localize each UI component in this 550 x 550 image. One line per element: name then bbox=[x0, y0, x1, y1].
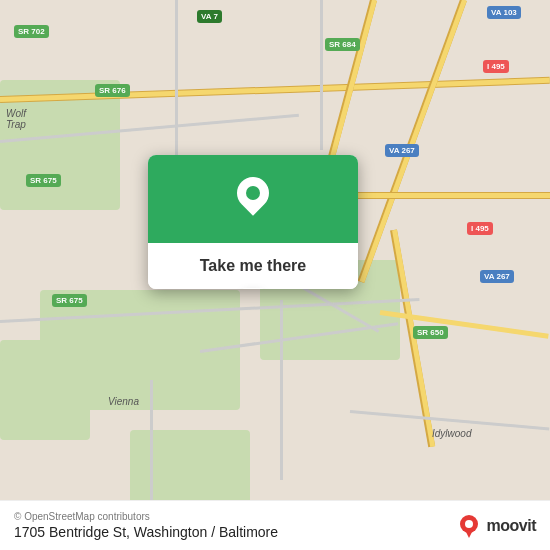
map: VA 7 SR 702 SR 676 SR 684 VA 103 I 495 V… bbox=[0, 0, 550, 550]
shield-va267: VA 267 bbox=[385, 144, 419, 157]
shield-sr676: SR 676 bbox=[95, 84, 130, 97]
shield-i495-mid: I 495 bbox=[467, 222, 493, 235]
copyright-text: © OpenStreetMap contributors bbox=[14, 511, 278, 522]
take-me-there-button[interactable]: Take me there bbox=[148, 243, 358, 289]
shield-i495-top: I 495 bbox=[483, 60, 509, 73]
park-area-5 bbox=[0, 360, 90, 440]
address-text: 1705 Bentridge St, Washington / Baltimor… bbox=[14, 524, 278, 540]
svg-marker-1 bbox=[465, 530, 473, 538]
popup-header bbox=[148, 155, 358, 243]
shield-va103: VA 103 bbox=[487, 6, 521, 19]
shield-sr702: SR 702 bbox=[14, 25, 49, 38]
road-minor-6 bbox=[280, 300, 283, 480]
moovit-logo: moovit bbox=[455, 512, 536, 540]
shield-sr684: SR 684 bbox=[325, 38, 360, 51]
popup-tail bbox=[243, 288, 263, 289]
bottom-bar: © OpenStreetMap contributors 1705 Bentri… bbox=[0, 500, 550, 550]
shield-va7: VA 7 bbox=[197, 10, 222, 23]
svg-point-2 bbox=[465, 520, 473, 528]
shield-sr675-bot: SR 675 bbox=[52, 294, 87, 307]
bottom-left: © OpenStreetMap contributors 1705 Bentri… bbox=[14, 511, 278, 540]
road-minor-8 bbox=[320, 0, 323, 150]
location-pin-icon bbox=[233, 177, 273, 225]
popup-card: Take me there bbox=[148, 155, 358, 289]
shield-va267-right: VA 267 bbox=[480, 270, 514, 283]
shield-sr675-top: SR 675 bbox=[26, 174, 61, 187]
moovit-text: moovit bbox=[487, 517, 536, 535]
moovit-icon bbox=[455, 512, 483, 540]
shield-sr650: SR 650 bbox=[413, 326, 448, 339]
